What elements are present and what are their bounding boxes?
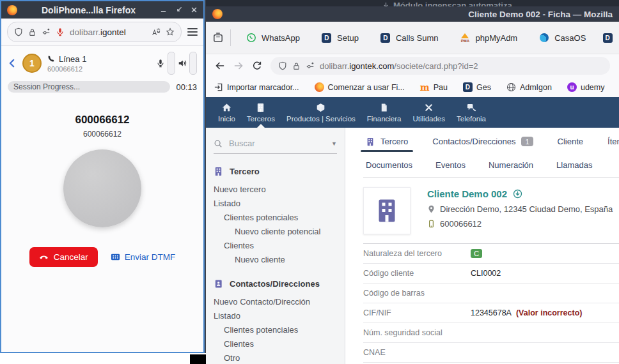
- field-value-text: 12345678A: [471, 308, 512, 317]
- status-open-icon[interactable]: [513, 189, 522, 199]
- menu-item-terceros[interactable]: Terceros: [241, 97, 281, 128]
- sidebar-item-nuevo-tercero[interactable]: Nuevo tercero: [214, 182, 337, 196]
- sidebar-item-nuevo-contacto-direcci-n[interactable]: Nuevo Contacto/Dirección: [214, 294, 337, 308]
- tab-cliente[interactable]: Cliente: [558, 137, 583, 152]
- search-input[interactable]: [228, 138, 326, 149]
- background-window-title: Módulo ingenscan automatiza: [382, 1, 512, 6]
- field-row-cnae: CNAE: [363, 343, 619, 363]
- tab-eventos[interactable]: Eventos: [435, 160, 466, 170]
- url-bar[interactable]: dolibarr.igontek.com/societe/card.php?id…: [270, 57, 610, 75]
- bookmark-udemy[interactable]: uudemy: [567, 82, 605, 92]
- sidebar-item-otro[interactable]: Otro: [214, 351, 337, 364]
- shield-icon[interactable]: [14, 27, 23, 36]
- bookmark-admigon[interactable]: AdmIgon: [506, 82, 552, 92]
- browser-tab-calls-sumn[interactable]: DCalls Sumn: [372, 26, 447, 49]
- tab-documentos[interactable]: Documentos: [366, 160, 412, 170]
- tab-tercero[interactable]: Tercero: [366, 137, 408, 152]
- close-button[interactable]: [191, 6, 198, 13]
- sidebar-item-clientes[interactable]: Clientes: [214, 238, 337, 252]
- menu-item-telefonia[interactable]: Telefonia: [451, 97, 492, 128]
- firefox-logo: [7, 5, 17, 15]
- softphone-titlebar[interactable]: DoliPhone...lla Firefox: [1, 1, 203, 19]
- menu-item-inicio[interactable]: Inicio: [212, 97, 241, 128]
- sidebar-item-clientes-potenciales[interactable]: Clientes potenciales: [214, 210, 337, 224]
- dolibarr-icon: D: [463, 82, 473, 92]
- fields-table: Naturaleza del terceroCCódigo clienteCLI…: [363, 244, 619, 363]
- desktop: Módulo ingenscan automatiza Cliente Demo…: [0, 0, 619, 364]
- browser-tab-phpmyadm[interactable]: PMAphpMyAdm: [451, 26, 526, 49]
- sidebar-item-clientes[interactable]: Clientes: [214, 337, 337, 351]
- lock-icon[interactable]: [292, 62, 301, 70]
- browser-tab-whatsapp[interactable]: WhatsApp: [237, 26, 309, 49]
- search-dropdown-caret[interactable]: ▼: [331, 140, 337, 147]
- send-dtmf-link[interactable]: Enviar DTMF: [111, 252, 176, 262]
- url-text: dolibarr.igontek.com/societe/card.php?id…: [320, 61, 478, 71]
- sidebar-item-nuevo-cliente[interactable]: Nuevo cliente: [214, 252, 337, 266]
- tab-contactos-direcciones[interactable]: Contactos/Direcciones1: [432, 137, 533, 152]
- udemy-icon: u: [567, 82, 577, 92]
- invoice-icon: [379, 103, 389, 112]
- tab-label: Tercero: [380, 137, 408, 146]
- sidebar-item-clientes-potenciales[interactable]: Clientes potenciales: [214, 322, 337, 337]
- url-text: dolibarr.igontel: [70, 27, 146, 37]
- building-icon: [366, 137, 375, 146]
- mic-volume-slider[interactable]: [168, 52, 175, 75]
- mobile-phone-icon: [427, 220, 435, 228]
- menu-hamburger-icon[interactable]: [187, 28, 198, 36]
- browser-titlebar[interactable]: Cliente Demo 002 - Ficha — Mozilla: [206, 6, 619, 22]
- softphone-url-bar[interactable]: dolibarr.igontel: [7, 22, 182, 42]
- restore-button[interactable]: [175, 6, 182, 13]
- reload-button[interactable]: [252, 61, 262, 71]
- tab-overview-icon[interactable]: [212, 32, 224, 43]
- tabs-divider: [363, 177, 619, 178]
- menu-label: Financiera: [367, 115, 402, 123]
- forward-button[interactable]: [233, 61, 244, 71]
- browser-tabs: WhatsAppDSetupDCalls SumnPMAphpMyAdmCasa…: [237, 26, 596, 49]
- home-icon: [222, 103, 231, 112]
- bookmark-pau[interactable]: mPau: [420, 82, 448, 92]
- cut-tab-favicon[interactable]: D: [602, 33, 613, 43]
- menu-item-productos-servicios[interactable]: Productos | Servicios: [281, 97, 361, 128]
- globe-icon: [506, 82, 516, 92]
- company-header: Cliente Demo 002 Dirección Demo, 12345 C…: [363, 187, 619, 234]
- minimize-button[interactable]: [160, 6, 167, 13]
- line-number: 600066612: [47, 65, 86, 73]
- back-button[interactable]: [215, 61, 225, 71]
- browser-tab-setup[interactable]: DSetup: [313, 26, 368, 49]
- sidebar-item-listado[interactable]: Listado: [214, 196, 337, 210]
- cancel-call-button[interactable]: Cancelar: [29, 247, 98, 267]
- company-address: Dirección Demo, 12345 Ciudad Demo, Españ…: [440, 204, 613, 214]
- tab-tems-relacion[interactable]: Ítems relacion: [607, 137, 619, 152]
- permissions-icon[interactable]: [306, 61, 315, 70]
- lock-icon[interactable]: [28, 28, 36, 36]
- speaker-volume-slider[interactable]: [189, 52, 197, 75]
- sidebar-item-listado[interactable]: Listado: [214, 308, 337, 322]
- tab-label: phpMyAdm: [475, 33, 517, 43]
- permissions-icon[interactable]: [42, 27, 51, 36]
- mic-icon[interactable]: [156, 59, 165, 68]
- browser-tab-casaos[interactable]: CasaOS: [530, 26, 595, 49]
- speaker-icon[interactable]: [178, 59, 187, 68]
- browser-window: Cliente Demo 002 - Ficha — Mozilla Whats…: [206, 6, 619, 364]
- sidebar-item-nuevo-cliente-potencial[interactable]: Nuevo cliente potencial: [214, 224, 337, 238]
- menu-item-financiera[interactable]: Financiera: [361, 97, 407, 128]
- company-phone[interactable]: 600066612: [440, 219, 482, 229]
- firefox-logo: [212, 9, 223, 19]
- pma-favicon: PMA: [460, 33, 470, 43]
- tab-llamadas[interactable]: Llamadas: [556, 160, 592, 170]
- tab-count-badge: 1: [521, 137, 533, 146]
- line-number-badge[interactable]: 1: [22, 54, 42, 73]
- back-chevron-icon[interactable]: [8, 59, 17, 68]
- tab-numeraci-n[interactable]: Numeración: [489, 160, 533, 170]
- translate-icon[interactable]: [152, 27, 161, 36]
- bookmark-star-icon[interactable]: [166, 27, 175, 36]
- microphone-active-icon[interactable]: [56, 27, 65, 36]
- menu-label: Productos | Servicios: [286, 115, 356, 123]
- menu-item-utilidades[interactable]: Utilidades: [407, 97, 451, 128]
- bookmark-ges[interactable]: DGes: [463, 82, 491, 92]
- sidebar-search[interactable]: ▼: [214, 138, 337, 154]
- bookmark-importar-marcador[interactable]: Importar marcador...: [214, 82, 299, 92]
- call-actions: Cancelar Enviar DTMF: [1, 247, 203, 267]
- shield-icon[interactable]: [278, 61, 287, 70]
- bookmark-comenzar-a-usar-fi[interactable]: Comenzar a usar Fi...: [315, 82, 405, 92]
